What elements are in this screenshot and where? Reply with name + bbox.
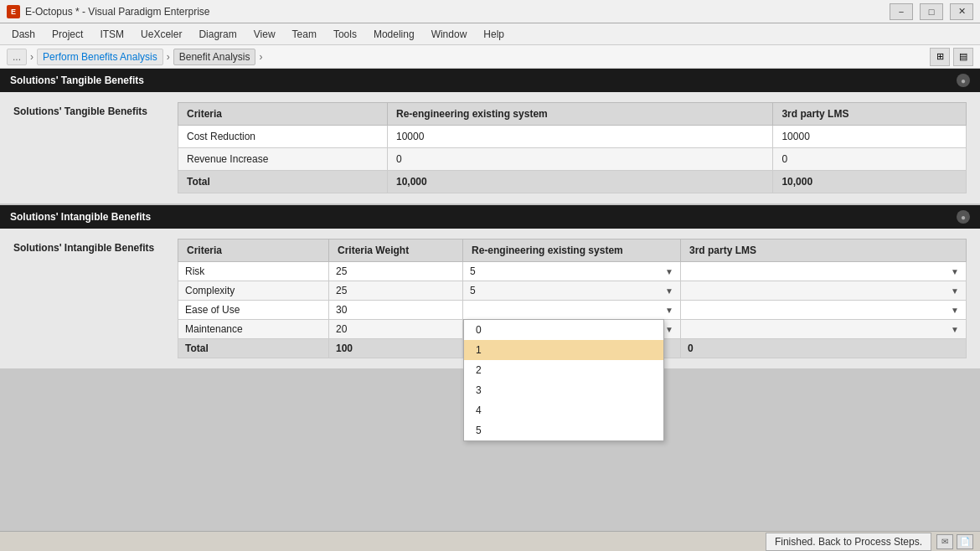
tangible-cell-0-2: 10000	[773, 126, 967, 148]
intangible-section-header[interactable]: Solutions' Intangible Benefits ●	[0, 205, 980, 229]
menu-dash[interactable]: Dash	[3, 26, 44, 43]
intangible-cell-0-0: Risk	[178, 262, 329, 281]
bottom-icon-doc[interactable]: 📄	[957, 534, 973, 549]
intangible-cell-4-3: 0	[681, 339, 967, 358]
dropdown-arrow-icon-3-3: ▼	[951, 325, 959, 334]
tangible-col-reeng: Re-engineering existing system	[388, 103, 773, 126]
bottom-bar: Finished. Back to Process Steps. ✉ 📄	[0, 531, 980, 551]
breadcrumb: ... › Perform Benefits Analysis › Benefi…	[7, 49, 262, 65]
tangible-cell-0-1: 10000	[388, 126, 773, 148]
dropdown-arrow-icon-0-3: ▼	[951, 267, 959, 276]
intangible-col-criteria: Criteria	[178, 239, 329, 262]
menu-bar: Dash Project ITSM UeXceler Diagram View …	[0, 23, 980, 45]
dropdown-arrow-icon-2-2: ▼	[665, 306, 673, 315]
window-controls: − □ ✕	[890, 3, 973, 20]
dropdown-wrapper-2-3[interactable]: ▼	[681, 302, 966, 318]
intangible-cell-2-2[interactable]: ▼012345	[463, 301, 681, 320]
intangible-col-3rdparty: 3rd party LMS	[681, 239, 967, 262]
dropdown-wrapper-2-2[interactable]: ▼	[463, 302, 680, 318]
intangible-cell-2-3[interactable]: ▼	[681, 301, 967, 320]
dropdown-arrow-icon-1-2: ▼	[665, 286, 673, 296]
dropdown-wrapper-0-2[interactable]: 5▼	[463, 262, 680, 281]
dropdown-wrapper-1-2[interactable]: 5▼	[463, 281, 680, 300]
intangible-cell-3-1: 20	[329, 320, 463, 339]
intangible-cell-0-2[interactable]: 5▼	[463, 262, 681, 281]
intangible-cell-4-1: 100	[329, 339, 463, 358]
tangible-cell-2-1: 10,000	[388, 171, 773, 193]
tangible-cell-1-0: Revenue Increase	[178, 148, 388, 171]
bottom-icons: ✉ 📄	[936, 534, 973, 549]
dropdown-popup: 012345	[463, 319, 664, 441]
maximize-button[interactable]: □	[920, 3, 943, 20]
tangible-label: Solutions' Tangible Benefits	[13, 102, 164, 193]
menu-view[interactable]: View	[245, 26, 284, 43]
intangible-cell-2-0: Ease of Use	[178, 301, 329, 320]
tangible-cell-1-2: 0	[773, 148, 967, 171]
menu-modeling[interactable]: Modeling	[365, 26, 423, 43]
bottom-icon-mail[interactable]: ✉	[936, 534, 953, 549]
tangible-cell-0-0: Cost Reduction	[178, 126, 388, 148]
dropdown-arrow-icon-1-3: ▼	[951, 286, 959, 296]
breadcrumb-sep3: ›	[259, 51, 262, 63]
intangible-col-reeng: Re-engineering existing system	[463, 239, 681, 262]
close-button[interactable]: ✕	[950, 3, 973, 20]
dropdown-option-5[interactable]: 5	[464, 420, 663, 440]
intangible-section-icon: ●	[957, 210, 970, 224]
menu-itsm[interactable]: ITSM	[91, 26, 132, 43]
finish-button[interactable]: Finished. Back to Process Steps.	[766, 533, 931, 551]
intangible-cell-3-3[interactable]: ▼	[681, 320, 967, 339]
dropdown-wrapper-1-3[interactable]: ▼	[681, 283, 966, 299]
tangible-cell-1-1: 0	[388, 148, 773, 171]
menu-diagram[interactable]: Diagram	[190, 26, 245, 43]
intangible-cell-1-0: Complexity	[178, 281, 329, 301]
tangible-section-title: Solutions' Tangible Benefits	[10, 75, 144, 86]
intangible-table: Criteria Criteria Weight Re-engineering …	[178, 239, 967, 358]
tangible-section-header[interactable]: Solutions' Tangible Benefits ●	[0, 69, 980, 92]
dropdown-arrow-icon-2-3: ▼	[951, 306, 959, 315]
intangible-cell-1-3[interactable]: ▼	[681, 281, 967, 301]
dropdown-option-4[interactable]: 4	[464, 400, 663, 420]
tangible-col-criteria: Criteria	[178, 103, 388, 126]
tangible-table: Criteria Re-engineering existing system …	[178, 102, 967, 193]
intangible-cell-0-1: 25	[329, 262, 463, 281]
intangible-col-weight: Criteria Weight	[329, 239, 463, 262]
dropdown-option-2[interactable]: 2	[464, 360, 663, 380]
dropdown-wrapper-0-3[interactable]: ▼	[681, 264, 966, 280]
breadcrumb-current: Benefit Analysis	[173, 49, 256, 65]
dropdown-wrapper-3-3[interactable]: ▼	[681, 322, 966, 337]
intangible-label: Solutions' Intangible Benefits	[13, 239, 164, 358]
breadcrumb-icon-2[interactable]: ▤	[953, 48, 973, 66]
intangible-section: Solutions' Intangible Benefits ● Solutio…	[0, 205, 980, 368]
dropdown-arrow-icon-3-2: ▼	[665, 325, 673, 334]
intangible-cell-1-2[interactable]: 5▼	[463, 281, 681, 301]
minimize-button[interactable]: −	[890, 3, 913, 20]
menu-tools[interactable]: Tools	[325, 26, 365, 43]
tangible-section: Solutions' Tangible Benefits ● Solutions…	[0, 69, 980, 203]
title-text: E-Octopus * - Visual Paradigm Enterprise	[25, 6, 210, 18]
breadcrumb-perform[interactable]: Perform Benefits Analysis	[37, 49, 163, 65]
dropdown-option-0[interactable]: 0	[464, 320, 663, 340]
tangible-section-icon: ●	[957, 74, 970, 87]
menu-project[interactable]: Project	[44, 26, 91, 43]
breadcrumb-icon-1[interactable]: ⊞	[930, 48, 950, 66]
menu-uexceler[interactable]: UeXceler	[132, 26, 190, 43]
dropdown-option-1[interactable]: 1	[464, 340, 663, 360]
menu-team[interactable]: Team	[284, 26, 325, 43]
breadcrumb-dots[interactable]: ...	[7, 49, 27, 65]
title-bar: E E-Octopus * - Visual Paradigm Enterpri…	[0, 0, 980, 23]
app-icon: E	[7, 5, 20, 18]
menu-help[interactable]: Help	[475, 26, 513, 43]
menu-window[interactable]: Window	[423, 26, 476, 43]
tangible-cell-2-2: 10,000	[773, 171, 967, 193]
intangible-cell-2-1: 30	[329, 301, 463, 320]
dropdown-arrow-icon-0-2: ▼	[665, 267, 673, 276]
intangible-section-body: Solutions' Intangible Benefits Criteria …	[0, 229, 980, 368]
dropdown-option-3[interactable]: 3	[464, 380, 663, 400]
title-bar-left: E E-Octopus * - Visual Paradigm Enterpri…	[7, 5, 210, 18]
intangible-cell-0-3[interactable]: ▼	[681, 262, 967, 281]
tangible-section-body: Solutions' Tangible Benefits Criteria Re…	[0, 92, 980, 203]
breadcrumb-icons: ⊞ ▤	[930, 48, 973, 66]
tangible-cell-2-0: Total	[178, 171, 388, 193]
breadcrumb-bar: ... › Perform Benefits Analysis › Benefi…	[0, 45, 980, 69]
breadcrumb-sep2: ›	[167, 51, 170, 63]
